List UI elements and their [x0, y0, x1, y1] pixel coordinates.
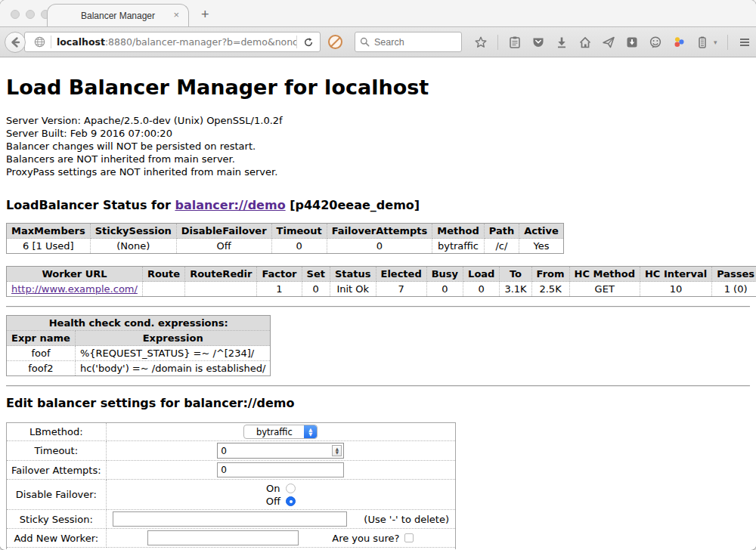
col-active: Active [519, 224, 564, 239]
cell-stickysession: (None) [90, 239, 176, 254]
cell-active: Yes [519, 239, 564, 254]
lbmethod-label: LBmethod: [7, 423, 107, 441]
col-route: Route [142, 267, 184, 282]
sticky-session-label: Sticky Session: [7, 510, 107, 529]
menu-hamburger-icon[interactable] [738, 36, 751, 49]
radio-off-label: Off [266, 495, 280, 508]
col-expression: Expression [75, 331, 271, 346]
number-stepper-icon[interactable]: ▲▼ [332, 445, 342, 456]
balancer-summary-table: MaxMembers StickySession DisableFailover… [6, 223, 564, 254]
col-passes: Passes [712, 267, 756, 282]
form-row-sticky-session: Sticky Session: (Use '-' to delete) [7, 510, 456, 529]
add-worker-input[interactable] [147, 530, 299, 545]
sticky-session-hint: (Use '-' to delete) [364, 514, 449, 525]
col-to: To [500, 267, 531, 282]
failover-attempts-input[interactable] [217, 462, 344, 477]
col-busy: Busy [426, 267, 463, 282]
bookmark-star-icon[interactable] [474, 36, 488, 49]
new-tab-button[interactable]: + [201, 7, 209, 23]
globe-icon[interactable] [34, 36, 45, 48]
search-input[interactable] [374, 37, 450, 48]
disable-failover-off-radio[interactable] [286, 496, 296, 506]
lbmethod-selected-value: bytraffic [244, 425, 304, 438]
are-you-sure-checkbox[interactable] [404, 533, 414, 542]
lbmethod-select[interactable]: bytraffic ▲▼ [243, 425, 318, 439]
battery-panel-icon[interactable] [696, 36, 709, 49]
cell-expr-name: foof2 [7, 361, 76, 376]
radio-on-label: On [266, 482, 280, 495]
loadbalancer-status-heading: LoadBalancer Status for balancer://demo … [6, 198, 750, 212]
cell-maxmembers: 6 [1 Used] [7, 239, 91, 254]
col-timeout: Timeout [271, 224, 327, 239]
search-bar[interactable] [355, 32, 462, 52]
form-row-submit: Submit [7, 548, 456, 550]
disable-failover-on-radio[interactable] [286, 484, 296, 493]
col-set: Set [302, 267, 330, 282]
browser-window: Balancer Manager × + localhost:8880/bala… [0, 0, 756, 550]
cell-routeredir [185, 282, 257, 297]
search-icon [360, 37, 370, 47]
tab-close-icon[interactable]: × [173, 9, 179, 20]
url-bar[interactable]: localhost:8880/balancer-manager?b=demo&n… [24, 32, 321, 52]
reload-button[interactable] [296, 36, 320, 48]
col-routeredir: RouteRedir [185, 267, 257, 282]
tab-balancer-manager[interactable]: Balancer Manager × [47, 4, 189, 26]
are-you-sure-label: Are you sure? [332, 533, 399, 544]
health-row: foof %{REQUEST_STATUS} =~ /^[234]/ [7, 346, 271, 361]
send-tab-icon[interactable] [602, 36, 615, 49]
health-table-title: Health check cond. expressions: [7, 316, 271, 331]
cell-worker-url: http://www.example.com/ [7, 282, 143, 297]
reading-list-icon[interactable] [508, 36, 522, 49]
col-hc-interval: HC Interval [640, 267, 711, 282]
feedback-smiley-icon[interactable] [649, 36, 662, 49]
edit-settings-heading: Edit balancer settings for balancer://de… [6, 396, 750, 410]
overflow-caret-icon[interactable]: ▾ [714, 39, 717, 46]
col-status: Status [330, 267, 376, 282]
col-load: Load [463, 267, 500, 282]
col-expr-name: Expr name [7, 331, 76, 346]
status-heading-suffix: [p4420eeae_demo] [286, 198, 420, 212]
downloads-icon[interactable] [555, 36, 569, 49]
download-box-icon[interactable] [625, 36, 639, 49]
pocket-icon[interactable] [531, 36, 545, 49]
close-window-button[interactable] [11, 10, 20, 19]
toolbar-separator [727, 35, 728, 50]
form-row-disable-failover: Disable Failover: On Off [7, 480, 456, 510]
home-icon[interactable] [578, 36, 592, 49]
note-inherit-balancers: Balancers are NOT inherited from main se… [6, 153, 750, 165]
toolbar-icon-row: ▾ [474, 35, 756, 50]
tab-title: Balancer Manager [81, 11, 155, 21]
cell-timeout: 0 [271, 239, 327, 254]
table-header-row: MaxMembers StickySession DisableFailover… [7, 224, 564, 239]
col-worker-url: Worker URL [7, 267, 143, 282]
timeout-input[interactable]: 0 ▲▼ [217, 443, 344, 459]
col-hc-method: HC Method [569, 267, 640, 282]
health-header-row: Expr name Expression [7, 331, 271, 346]
table-row: 6 [1 Used] (None) Off 0 0 bytraffic /c/ … [7, 239, 564, 254]
cell-from: 2.5K [531, 282, 569, 297]
cell-hc-interval: 10 [640, 282, 711, 297]
note-persist: Balancer changes will NOT be persisted o… [6, 140, 750, 153]
tab-strip: Balancer Manager × + [0, 0, 756, 27]
sticky-session-input[interactable] [113, 511, 347, 527]
worker-table: Worker URL Route RouteRedir Factor Set S… [6, 266, 756, 297]
col-from: From [531, 267, 569, 282]
health-check-table: Health check cond. expressions: Expr nam… [6, 315, 271, 376]
col-stickysession: StickySession [90, 224, 176, 239]
cell-factor: 1 [257, 282, 302, 297]
divider [6, 385, 750, 387]
cell-path: /c/ [484, 239, 519, 254]
url-domain: localhost [57, 36, 105, 48]
balancer-demo-link[interactable]: balancer://demo [175, 198, 285, 212]
navigation-toolbar: localhost:8880/balancer-manager?b=demo&n… [0, 27, 756, 57]
col-disablefailover: DisableFailover [176, 224, 271, 239]
minimize-window-button[interactable] [26, 10, 35, 19]
worker-url-link[interactable]: http://www.example.com/ [11, 283, 138, 295]
back-button[interactable] [5, 32, 26, 53]
cell-passes: 1 (0) [712, 282, 756, 297]
cell-method: bytraffic [432, 239, 484, 254]
color-dots-icon[interactable] [672, 36, 686, 49]
col-failoverattempts: FailoverAttempts [327, 224, 432, 239]
health-title-row: Health check cond. expressions: [7, 316, 271, 331]
content-blocked-icon[interactable] [328, 35, 342, 49]
